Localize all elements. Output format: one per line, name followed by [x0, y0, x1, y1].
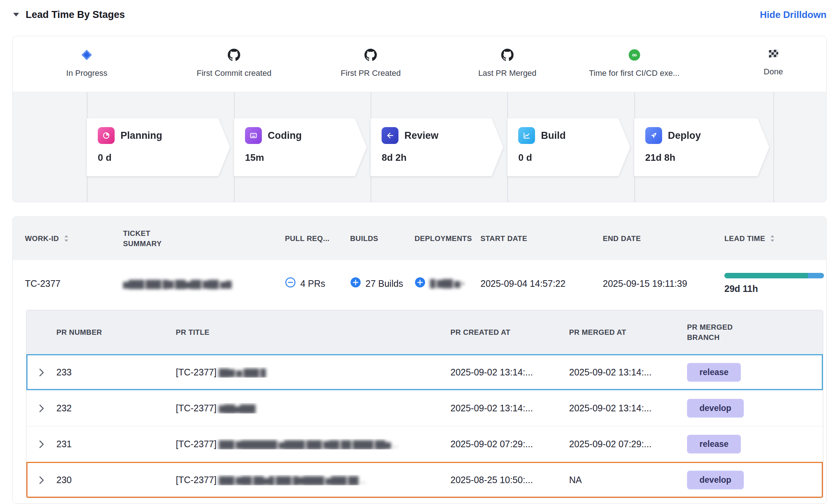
stage-name: Review	[404, 130, 438, 141]
redacted-text: ███ ▇██ ██▆█ ███ █▇████ ▆███ ██ ...	[219, 476, 365, 485]
milestone-first-commit: First Commit created	[197, 49, 271, 78]
sort-icon[interactable]	[769, 234, 775, 243]
pr-number: 230	[56, 475, 176, 485]
sort-icon[interactable]	[63, 234, 69, 243]
lead-time-progress-bar	[724, 273, 824, 278]
svg-text:∞: ∞	[632, 51, 636, 59]
collapse-toggle-icon[interactable]	[12, 11, 20, 18]
column-header-lead-time[interactable]: LEAD TIME	[724, 233, 826, 244]
pr-title-prefix: [TC-2377]	[176, 367, 216, 378]
stage-duration: 21d 8h	[645, 152, 755, 163]
pr-table-header: PR NUMBER PR TITLE PR CREATED AT PR MERG…	[26, 310, 823, 354]
stage-deploy: Deploy 21d 8h	[634, 118, 769, 176]
milestone-in-progress: In Progress	[66, 49, 108, 78]
chevron-right-icon[interactable]	[26, 368, 56, 377]
pr-branch-cell: develop	[687, 399, 823, 418]
milestone-last-pr-merged: Last PR Merged	[478, 49, 537, 78]
stage-name: Build	[541, 130, 566, 141]
chevron-right-icon[interactable]	[26, 404, 56, 413]
work-item-row[interactable]: TC-2377 ▆███ ███ █▇ ██▆██ ▇██ ▆▇ 4 PRs 2…	[13, 260, 826, 307]
builds-cell[interactable]: 27 Builds	[350, 277, 415, 290]
pr-merged-at: 2025-09-02 07:29:...	[569, 439, 687, 449]
deployments-cell[interactable]: █ ▇██ ▆ ▪	[415, 277, 480, 290]
start-date-cell: 2025-09-04 14:57:22	[480, 278, 603, 289]
milestone-label: In Progress	[66, 68, 108, 78]
pull-requests-cell[interactable]: 4 PRs	[285, 277, 350, 290]
lead-bar-teal-segment	[724, 273, 808, 278]
pr-title-prefix: [TC-2377]	[176, 403, 216, 414]
stage-band: Planning 0 d Coding 15m	[13, 92, 826, 202]
pr-title: [TC-2377] ███ ▇███████ ▆████ ███ ▇██ ██ …	[176, 439, 450, 449]
pr-title-prefix: [TC-2377]	[176, 475, 216, 485]
section-header: Lead Time By Stages Hide Drilldown	[12, 7, 827, 23]
pie-chart-icon	[98, 127, 115, 144]
chevron-right-icon[interactable]	[26, 440, 56, 449]
stage-name: Coding	[268, 130, 302, 141]
pr-number: 232	[56, 403, 176, 414]
milestone-label: First PR Created	[341, 68, 401, 78]
redacted-text: ██▇ ▆ ███ █	[219, 368, 266, 377]
chevron-right-icon[interactable]	[26, 476, 56, 485]
redacted-text: █ ▇██ ▆ ▪	[430, 279, 464, 288]
pr-row-233[interactable]: 233 [TC-2377] ██▇ ▆ ███ █ 2025-09-02 13:…	[26, 354, 823, 390]
pr-created-at: 2025-09-02 13:14:...	[450, 367, 569, 378]
stage-name: Deploy	[668, 130, 701, 141]
column-header-start-date: START DATE	[480, 233, 603, 244]
pr-title: [TC-2377] ██▇ ▆ ███ █	[176, 367, 450, 378]
pr-drilldown-table: PR NUMBER PR TITLE PR CREATED AT PR MERG…	[26, 310, 823, 498]
stage-duration: 8d 2h	[382, 152, 489, 163]
pr-merged-at: 2025-09-02 13:14:...	[569, 367, 687, 378]
keyboard-icon	[245, 127, 262, 144]
pr-merged-at: NA	[569, 475, 687, 485]
branch-badge: release	[687, 435, 741, 453]
lead-bar-blue-segment	[808, 273, 824, 278]
stage-duration: 15m	[245, 152, 352, 163]
pr-row-230[interactable]: 230 [TC-2377] ███ ▇██ ██▆█ ███ █▇████ ▆█…	[26, 462, 823, 498]
column-header-pr-created: PR CREATED AT	[450, 327, 569, 337]
plus-circle-icon[interactable]	[350, 277, 361, 290]
branch-badge: develop	[687, 399, 744, 418]
builds-count: 27 Builds	[365, 278, 403, 289]
column-header-work-id[interactable]: WORK-ID	[25, 233, 123, 244]
milestone-done: Done	[764, 49, 783, 77]
milestones-row: In Progress First Commit created First P…	[13, 36, 826, 92]
redacted-text: ▆███ ███ █▇ ██▆██ ▇██ ▆▇	[123, 280, 231, 288]
line-chart-icon	[518, 127, 535, 144]
milestone-label: First Commit created	[197, 68, 271, 78]
stage-review: Review 8d 2h	[371, 118, 503, 176]
pr-row-232[interactable]: 232 [TC-2377] ▇██▆███ 2025-09-02 13:14:.…	[26, 390, 823, 426]
stage-name: Planning	[120, 130, 162, 141]
pr-created-at: 2025-09-02 13:14:...	[450, 403, 569, 414]
pr-title-prefix: [TC-2377]	[176, 439, 216, 449]
work-id-cell: TC-2377	[25, 278, 123, 289]
column-header-pr-title: PR TITLE	[176, 327, 450, 337]
finish-flag-icon	[768, 49, 779, 61]
work-table-header: WORK-ID TICKET SUMMARY PULL REQ... BUILD…	[13, 217, 826, 260]
column-header-end-date: END DATE	[603, 233, 724, 244]
hide-drilldown-link[interactable]: Hide Drilldown	[760, 9, 827, 21]
diamond-icon	[81, 49, 93, 63]
pull-requests-count: 4 PRs	[300, 278, 325, 289]
github-icon	[364, 49, 377, 63]
rocket-icon	[645, 127, 662, 144]
pr-title: [TC-2377] ███ ▇██ ██▆█ ███ █▇████ ▆███ █…	[176, 475, 450, 485]
lead-time-value: 29d 11h	[724, 284, 824, 294]
page-title: Lead Time By Stages	[26, 9, 125, 21]
minus-circle-icon[interactable]	[285, 277, 296, 290]
github-icon	[501, 49, 513, 63]
pr-created-at: 2025-08-25 10:50:...	[450, 475, 569, 485]
plus-circle-icon[interactable]	[415, 277, 426, 290]
redacted-text: ▇██▆███	[219, 404, 255, 413]
stage-coding: Coding 15m	[234, 118, 367, 176]
pr-title: [TC-2377] ▇██▆███	[176, 403, 450, 414]
redacted-text: ███ ▇███████ ▆████ ███ ▇██ ██ ████ ██▆ .…	[219, 440, 398, 449]
column-header-pr-merged: PR MERGED AT	[569, 327, 687, 337]
pr-number: 231	[56, 439, 176, 449]
pr-row-231[interactable]: 231 [TC-2377] ███ ▇███████ ▆████ ███ ▇██…	[26, 426, 823, 462]
stages-card: In Progress First Commit created First P…	[12, 36, 827, 202]
stage-planning: Planning 0 d	[87, 118, 230, 176]
column-header-pull-requests: PULL REQ...	[285, 233, 350, 244]
branch-badge: release	[687, 363, 741, 382]
milestone-label: Done	[764, 67, 783, 77]
column-label: WORK-ID	[25, 233, 59, 244]
